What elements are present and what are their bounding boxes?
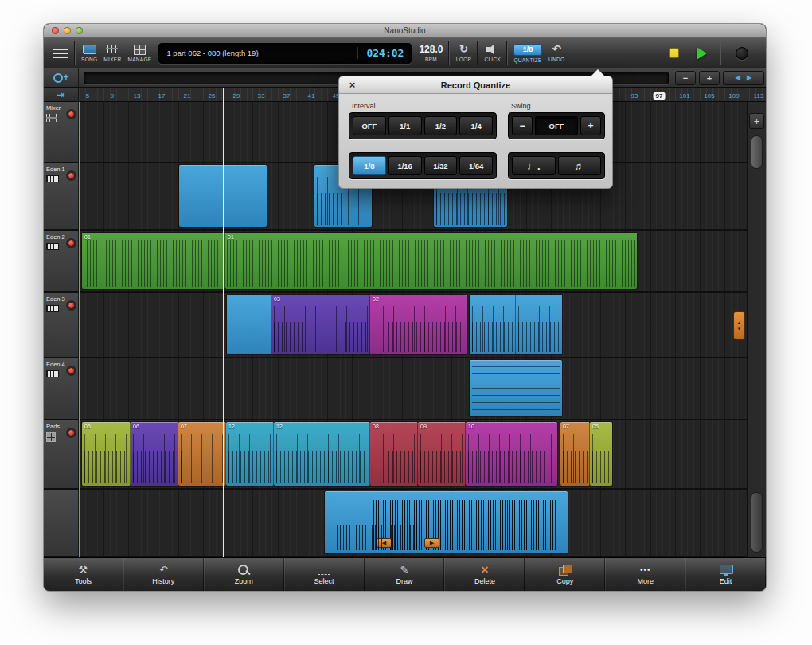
clip-12[interactable]: 12 [274,422,370,486]
record-button[interactable] [724,47,760,60]
zoom-out-button[interactable]: − [675,71,696,85]
keys-icon [46,175,59,182]
clip-01[interactable]: 01 [225,233,637,289]
manage-button[interactable]: MANAGE [124,40,154,67]
stop-button[interactable] [662,48,685,58]
top-toolbar: SONG MIXER MANAGE 1 part 062 - 080 (leng… [44,38,766,68]
quantize-button[interactable]: 1/8 QUANTIZE [510,40,545,67]
track-lane[interactable]: 05060712120809100705 [79,420,766,488]
dotted-note-button[interactable]: ♩. [512,156,556,175]
bottom-history-button[interactable]: History [123,558,204,591]
track-lane[interactable]: 0101 [79,231,766,291]
swing-minus-button[interactable]: − [512,116,533,135]
track-lane[interactable]: ◀▶ [79,490,766,556]
undo-button[interactable]: UNDO [545,40,568,67]
quantize-off-button[interactable]: OFF [353,116,386,135]
quantize-1/1-button[interactable]: 1/1 [388,116,422,135]
toolbar-divider [448,41,450,65]
record-arm-button[interactable] [68,302,75,309]
clip-02[interactable]: 02 [370,295,467,354]
add-button[interactable]: + [749,113,764,129]
clip-07[interactable]: 07 [560,422,590,486]
playhead[interactable] [223,88,224,557]
ruler-tick-37: 37 [283,92,291,100]
marker-right-icon[interactable]: ▶ [424,538,439,548]
click-button[interactable]: CLICK [481,40,504,67]
loop-button[interactable]: LOOP [452,40,474,67]
clip-07[interactable]: 07 [178,422,226,486]
menu-button[interactable] [49,40,72,67]
close-popup-button[interactable]: × [346,79,358,91]
quantize-1/8-button[interactable]: 1/8 [353,156,386,175]
swing-panel: − OFF + [508,112,605,139]
clip-08[interactable]: 08 [370,422,418,486]
quantize-1/32-button[interactable]: 1/32 [424,156,458,175]
track-header[interactable]: Mixer [44,102,79,162]
bottom-draw-button[interactable]: Draw [365,558,445,591]
track-header[interactable] [44,490,79,556]
clip[interactable] [516,295,562,354]
quantize-1/16-button[interactable]: 1/16 [388,156,422,175]
pencil-icon [396,564,413,576]
record-arm-button[interactable] [68,240,75,247]
clip-05[interactable]: 05 [590,422,612,486]
record-arm-button[interactable] [68,429,75,436]
bottom-more-button[interactable]: More [605,558,685,591]
swing-plus-button[interactable]: + [580,116,601,135]
record-arm-button[interactable] [68,111,75,118]
popup-pointer [591,69,605,76]
clip-05[interactable]: 05 [82,422,131,486]
play-button[interactable] [685,47,717,60]
clip[interactable] [227,295,271,354]
close-window-button[interactable] [52,27,59,34]
track-header[interactable]: Eden 2 [44,231,79,291]
bottom-tools-button[interactable]: Tools [44,558,123,591]
clip-09[interactable]: 09 [418,422,466,486]
track-header[interactable]: Eden 4 [44,358,79,419]
quantize-1/4-button[interactable]: 1/4 [459,116,493,135]
clip-10[interactable]: 10 [466,422,557,486]
marker-left-icon[interactable]: ◀ [377,538,392,548]
scroll-arrows-button[interactable]: ◀ ▶ [723,71,764,85]
scroll-left-icon[interactable]: ◀ [736,74,740,81]
bottom-select-button[interactable]: Select [284,558,365,591]
bottom-edit-button[interactable]: Edit [685,558,766,591]
song-button[interactable]: SONG [78,40,100,67]
quantize-1/64-button[interactable]: 1/64 [459,156,493,175]
clip-01[interactable]: 01 [82,233,225,289]
triplet-note-button[interactable]: ♬ [558,156,602,175]
scrollbar-thumb-bottom[interactable] [751,492,763,553]
quantize-1/2-button[interactable]: 1/2 [424,116,458,135]
zoom-pan-tool-button[interactable] [44,68,79,87]
bpm-display[interactable]: 128.0 BPM [416,40,446,67]
record-arm-button[interactable] [68,172,75,179]
minimize-window-button[interactable] [64,27,71,34]
clip-03[interactable]: 03 [271,295,370,354]
bottom-delete-button[interactable]: Delete [444,558,525,591]
zoom-in-button[interactable]: + [699,71,720,85]
vertical-scrollbar[interactable]: + [747,102,766,557]
mixer-button[interactable]: MIXER [100,40,124,67]
zoom-window-button[interactable] [76,27,83,34]
clip[interactable]: ◀▶ [325,491,568,553]
toolbar-divider [74,41,76,65]
bottom-zoom-button[interactable]: Zoom [204,558,284,591]
clip[interactable] [470,295,516,354]
loop-end-handle[interactable]: ▲▼ [733,311,745,340]
bottom-copy-button[interactable]: Copy [525,558,605,591]
track-lane[interactable]: 0302 [79,293,766,357]
clip-06[interactable]: 06 [131,422,178,486]
titlebar[interactable]: NanoStudio [44,24,766,38]
track-header[interactable]: Eden 1 [44,163,79,229]
clip-12[interactable]: 12 [226,422,274,486]
ruler-tick-41: 41 [308,92,315,100]
record-arm-button[interactable] [68,367,75,374]
scrollbar-thumb-top[interactable] [751,135,763,169]
clip[interactable] [470,360,562,416]
track-header[interactable]: Eden 3 [44,293,79,357]
scroll-right-icon[interactable]: ▶ [747,74,751,81]
quantize-value-chip: 1/8 [513,44,542,56]
ruler-corner-button[interactable]: ⇥ [44,88,79,101]
track-lane[interactable] [79,358,766,419]
track-header[interactable]: Pads [44,420,79,488]
